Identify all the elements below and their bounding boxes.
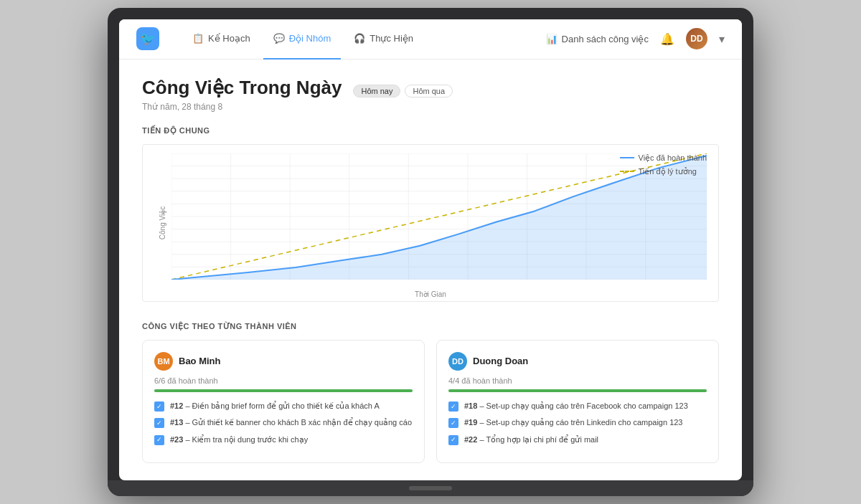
legend-completed-label: Việc đã hoàn thành <box>639 153 707 163</box>
avatar-bao-minh: BM <box>154 352 173 371</box>
y-axis-label: Công Việc <box>159 206 166 239</box>
task-item: #19 – Set-up chạy quảng cáo trên Linkedi… <box>448 417 707 428</box>
avatar-duong-doan: DD <box>448 352 467 371</box>
chart-container: Công Việc Thời Gian Việc đã hoàn thành T… <box>142 144 719 302</box>
nav-label-ke-hoach: Kế Hoạch <box>208 33 250 44</box>
page-subtitle: Thứ năm, 28 tháng 8 <box>142 102 719 112</box>
progress-bar-bao-minh <box>154 389 413 392</box>
notification-bell-icon[interactable]: 🔔 <box>660 32 674 46</box>
task-label: #22 – Tổng hợp lại chi phí để gửi mail <box>464 434 598 445</box>
nav-item-doi-nhom[interactable]: 💬 Đội Nhóm <box>263 19 342 60</box>
legend-completed: Việc đã hoàn thành <box>620 153 707 163</box>
task-checkbox <box>448 418 458 428</box>
task-item: #13 – Gửi thiết kế banner cho khách B xá… <box>154 417 413 428</box>
progress-text-duong-doan: 4/4 đã hoàn thành <box>448 376 707 385</box>
doi-nhom-icon: 💬 <box>273 33 285 44</box>
app-logo: 🐦 <box>136 27 159 50</box>
member-name-duong-doan: Duong Doan <box>473 356 528 366</box>
task-label: #23 – Kiểm tra nội dung trước khi chạy <box>170 434 308 445</box>
tab-today[interactable]: Hôm nay <box>353 85 400 98</box>
progress-fill-bao-minh <box>154 389 413 392</box>
tasks-grid: BM Bao Minh 6/6 đã hoàn thành #12 – Điền… <box>142 340 719 463</box>
task-checkbox <box>448 401 458 412</box>
nav-items-list: 📋 Kế Hoạch 💬 Đội Nhóm 🎧 Thực Hiện <box>182 19 523 59</box>
member-header-duong-doan: DD Duong Doan <box>448 352 707 371</box>
member-header-bao-minh: BM Bao Minh <box>154 352 413 371</box>
app-container: 🐦 📋 Kế Hoạch 💬 Đội Nhóm 🎧 Thực <box>119 19 742 480</box>
legend-solid-line <box>620 157 634 158</box>
member-card-bao-minh: BM Bao Minh 6/6 đã hoàn thành #12 – Điền… <box>142 340 425 463</box>
task-list-link[interactable]: 📊 Danh sách công việc <box>546 34 649 44</box>
progress-bar-duong-doan <box>448 389 707 392</box>
nav-item-ke-hoach[interactable]: 📋 Kế Hoạch <box>182 19 260 60</box>
laptop-base <box>108 480 753 496</box>
legend-dashed-line <box>620 171 634 172</box>
page-header: Công Việc Trong Ngày Hôm nay Hôm qua <box>142 77 719 99</box>
member-name-bao-minh: Bao Minh <box>179 356 221 366</box>
user-avatar[interactable]: DD <box>686 28 707 49</box>
x-axis-label: Thời Gian <box>415 290 446 298</box>
chart-legend: Việc đã hoàn thành Tiến độ lý tưởng <box>620 153 707 176</box>
legend-ideal: Tiến độ lý tưởng <box>620 167 707 176</box>
legend-ideal-label: Tiến độ lý tưởng <box>639 167 697 176</box>
svg-text:🐦: 🐦 <box>140 31 156 47</box>
date-tabs: Hôm nay Hôm qua <box>353 85 453 98</box>
task-checkbox <box>154 435 164 445</box>
chart-section: TIẾN ĐỘ CHUNG Công Việc Thời Gian Việc đ… <box>142 126 719 302</box>
tasks-section: CÔNG VIỆC THEO TỪNG THÀNH VIÊN BM Bao Mi… <box>142 322 719 463</box>
task-checkbox <box>448 435 458 445</box>
member-card-duong-doan: DD Duong Doan 4/4 đã hoàn thành #18 – Se… <box>436 340 719 463</box>
nav-item-thuc-hien[interactable]: 🎧 Thực Hiện <box>344 19 423 60</box>
nav-label-thuc-hien: Thực Hiện <box>370 33 413 44</box>
task-item: #22 – Tổng hợp lại chi phí để gửi mail <box>448 434 707 445</box>
top-navigation: 🐦 📋 Kế Hoạch 💬 Đội Nhóm 🎧 Thực <box>119 19 742 60</box>
progress-text-bao-minh: 6/6 đã hoàn thành <box>154 376 413 385</box>
progress-fill-duong-doan <box>448 389 707 392</box>
task-checkbox <box>154 418 164 428</box>
task-label: #12 – Điền bảng brief form để gửi cho th… <box>170 401 380 412</box>
chevron-down-icon[interactable]: ▾ <box>719 32 725 46</box>
ke-hoach-icon: 📋 <box>192 33 204 44</box>
task-checkbox <box>154 401 164 412</box>
page-title: Công Việc Trong Ngày <box>142 77 342 99</box>
task-label: #13 – Gửi thiết kế banner cho khách B xá… <box>170 417 412 428</box>
task-list-icon: 📊 <box>546 34 557 44</box>
task-item: #23 – Kiểm tra nội dung trước khi chạy <box>154 434 413 445</box>
task-list-label: Danh sách công việc <box>562 34 649 44</box>
nav-label-doi-nhom: Đội Nhóm <box>289 33 331 44</box>
task-label: #19 – Set-up chạy quảng cáo trên Linkedi… <box>464 417 683 428</box>
tasks-section-title: CÔNG VIỆC THEO TỪNG THÀNH VIÊN <box>142 322 719 331</box>
thuc-hien-icon: 🎧 <box>354 33 365 44</box>
nav-right-section: 📊 Danh sách công việc 🔔 DD ▾ <box>546 28 725 49</box>
task-item: #18 – Set-up chạy quảng cáo trên Faceboo… <box>448 401 707 412</box>
task-item: #12 – Điền bảng brief form để gửi cho th… <box>154 401 413 412</box>
laptop-screen: 🐦 📋 Kế Hoạch 💬 Đội Nhóm 🎧 Thực <box>119 19 742 480</box>
main-content: Công Việc Trong Ngày Hôm nay Hôm qua Thứ… <box>119 60 742 480</box>
tab-yesterday[interactable]: Hôm qua <box>405 85 453 98</box>
task-label: #18 – Set-up chạy quảng cáo trên Faceboo… <box>464 401 688 412</box>
laptop-notch <box>409 486 452 490</box>
chart-section-title: TIẾN ĐỘ CHUNG <box>142 126 719 135</box>
laptop-frame: 🐦 📋 Kế Hoạch 💬 Đội Nhóm 🎧 Thực <box>108 8 753 496</box>
